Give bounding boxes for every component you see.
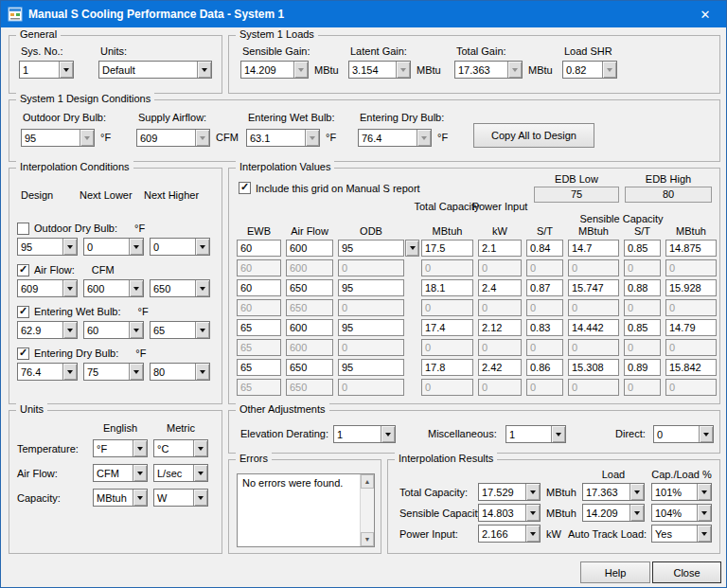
grid-cell-st-low[interactable]: 0: [526, 259, 563, 276]
grid-cell-st-low[interactable]: 0.87: [526, 279, 563, 296]
odb-dropdown-button[interactable]: [405, 240, 419, 257]
errors-scrollbar[interactable]: ▲ ▼: [360, 474, 374, 546]
grid-cell-odb[interactable]: 0: [338, 339, 404, 356]
sensible-gain-spinner[interactable]: 14.209: [240, 61, 309, 79]
condition-design-combobox[interactable]: 76.4: [17, 363, 78, 381]
help-button[interactable]: Help: [580, 561, 650, 583]
dropdown-arrow-button[interactable]: [417, 130, 431, 146]
grid-cell-st-high[interactable]: 0.89: [624, 359, 661, 376]
scroll-up-button[interactable]: ▲: [361, 474, 374, 489]
dropdown-arrow-button[interactable]: [59, 62, 73, 78]
grid-cell-odb[interactable]: 0: [338, 259, 404, 276]
grid-cell-ewb[interactable]: 60: [237, 279, 281, 296]
miscellaneous-combobox[interactable]: 1: [505, 425, 566, 443]
grid-cell-total-capacity[interactable]: 18.1: [421, 279, 473, 296]
condition-next-higher-combobox[interactable]: 0: [150, 238, 210, 256]
dropdown-arrow-button[interactable]: [396, 62, 410, 78]
dropdown-arrow-button[interactable]: [62, 280, 77, 296]
total-capacity-result-combobox[interactable]: 17.529: [478, 483, 541, 501]
grid-cell-st-low[interactable]: 0: [526, 299, 563, 316]
dropdown-arrow-button[interactable]: [629, 484, 644, 500]
condition-next-higher-combobox[interactable]: 65: [150, 321, 210, 339]
grid-cell-st-high[interactable]: 0: [624, 379, 661, 396]
condition-next-lower-combobox[interactable]: 0: [83, 238, 144, 256]
grid-cell-power-input[interactable]: 2.4: [478, 279, 522, 296]
grid-cell-sensible-high[interactable]: 0: [665, 299, 717, 316]
sensible-load-combobox[interactable]: 14.209: [582, 504, 645, 522]
grid-cell-st-low[interactable]: 0: [526, 339, 563, 356]
grid-cell-st-high[interactable]: 0: [624, 299, 661, 316]
titlebar[interactable]: Manual S Cooling Performance Data - Syst…: [1, 1, 726, 27]
grid-cell-ewb[interactable]: 60: [237, 259, 281, 276]
dropdown-arrow-button[interactable]: [129, 280, 143, 296]
grid-cell-sensible-high[interactable]: 0: [665, 259, 717, 276]
grid-cell-odb[interactable]: 95: [338, 240, 404, 257]
grid-cell-sensible-high[interactable]: 0: [665, 339, 717, 356]
entering-wet-bulb-spinner[interactable]: 63.1: [246, 129, 320, 147]
grid-cell-total-capacity[interactable]: 17.5: [421, 240, 473, 257]
dropdown-arrow-button[interactable]: [195, 130, 209, 146]
grid-cell-st-low[interactable]: 0.83: [526, 319, 563, 336]
dropdown-arrow-button[interactable]: [507, 62, 522, 78]
close-button[interactable]: Close: [652, 561, 721, 583]
scroll-down-button[interactable]: ▼: [361, 532, 374, 546]
total-load-combobox[interactable]: 17.363: [582, 483, 645, 501]
load-shr-spinner[interactable]: 0.82: [562, 61, 617, 79]
condition-checkbox[interactable]: [17, 306, 29, 318]
grid-cell-power-input[interactable]: 0: [478, 259, 522, 276]
sensible-capacity-result-combobox[interactable]: 14.803: [478, 504, 541, 522]
units-metric-combobox[interactable]: °C: [153, 439, 208, 457]
elevation-derating-combobox[interactable]: 1: [333, 425, 396, 443]
grid-cell-sensible-low[interactable]: 0: [568, 299, 619, 316]
condition-next-lower-combobox[interactable]: 600: [83, 279, 144, 297]
dropdown-arrow-button[interactable]: [602, 62, 616, 78]
condition-design-combobox[interactable]: 609: [17, 279, 78, 297]
grid-cell-ewb[interactable]: 60: [237, 240, 281, 257]
grid-cell-sensible-high[interactable]: 14.875: [665, 240, 717, 257]
errors-textbox[interactable]: No errors were found. ▲ ▼: [237, 473, 375, 547]
grid-cell-st-high[interactable]: 0.85: [624, 240, 661, 257]
power-input-result-combobox[interactable]: 2.166: [478, 525, 541, 543]
dropdown-arrow-button[interactable]: [697, 505, 711, 521]
dropdown-arrow-button[interactable]: [699, 426, 713, 442]
dropdown-arrow-button[interactable]: [62, 364, 77, 380]
condition-checkbox[interactable]: [17, 223, 29, 235]
grid-cell-st-high[interactable]: 0: [624, 259, 661, 276]
condition-next-higher-combobox[interactable]: 80: [150, 363, 210, 381]
dropdown-arrow-button[interactable]: [197, 62, 211, 78]
dropdown-arrow-button[interactable]: [551, 426, 565, 442]
latent-gain-spinner[interactable]: 3.154: [348, 61, 411, 79]
auto-track-load-combobox[interactable]: Yes: [651, 525, 712, 543]
dropdown-arrow-button[interactable]: [697, 526, 711, 542]
dropdown-arrow-button[interactable]: [697, 484, 711, 500]
grid-cell-total-capacity[interactable]: 0: [421, 259, 473, 276]
grid-cell-sensible-high[interactable]: 14.79: [665, 319, 717, 336]
units-metric-combobox[interactable]: W: [153, 489, 208, 507]
dropdown-arrow-button[interactable]: [525, 505, 540, 521]
dropdown-arrow-button[interactable]: [80, 130, 94, 146]
grid-cell-airflow[interactable]: 600: [286, 259, 333, 276]
grid-cell-ewb[interactable]: 65: [237, 379, 281, 396]
grid-cell-sensible-low[interactable]: 14.7: [568, 240, 619, 257]
condition-design-combobox[interactable]: 95: [17, 238, 78, 256]
copy-all-to-design-button[interactable]: Copy All to Design: [473, 123, 594, 148]
grid-cell-power-input[interactable]: 0: [478, 299, 522, 316]
dropdown-arrow-button[interactable]: [525, 484, 540, 500]
grid-cell-odb[interactable]: 0: [338, 299, 404, 316]
grid-cell-st-low[interactable]: 0.86: [526, 359, 563, 376]
grid-cell-ewb[interactable]: 65: [237, 319, 281, 336]
supply-airflow-spinner[interactable]: 609: [136, 129, 210, 147]
grid-cell-airflow[interactable]: 650: [286, 279, 333, 296]
units-english-combobox[interactable]: °F: [93, 439, 148, 457]
grid-cell-sensible-low[interactable]: 0: [568, 339, 619, 356]
grid-cell-st-high[interactable]: 0.88: [624, 279, 661, 296]
grid-cell-total-capacity[interactable]: 0: [421, 339, 473, 356]
dropdown-arrow-button[interactable]: [129, 239, 143, 255]
grid-cell-sensible-low[interactable]: 0: [568, 379, 619, 396]
grid-cell-ewb[interactable]: 65: [237, 359, 281, 376]
dropdown-arrow-button[interactable]: [62, 239, 77, 255]
grid-cell-airflow[interactable]: 650: [286, 299, 333, 316]
condition-checkbox[interactable]: [17, 347, 29, 360]
dropdown-arrow-button[interactable]: [195, 364, 209, 380]
grid-cell-sensible-high[interactable]: 0: [665, 379, 717, 396]
